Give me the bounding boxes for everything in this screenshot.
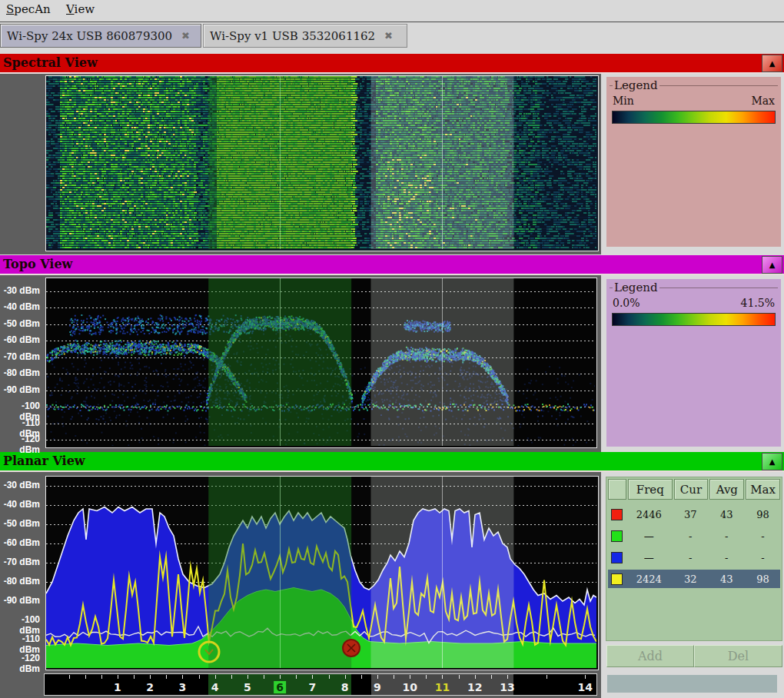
axis-tick [247,675,248,679]
cur-column-header: Cur [674,479,709,500]
menu-bar: SpecAn View [0,0,784,22]
channel-label: 12 [467,681,482,693]
dbm-axis-label: -70 dBm [0,557,40,567]
channel-label: 2 [146,681,154,693]
channel-label: 11 [435,681,450,693]
network-table: Freq Cur Avg Max 2446 37 43 98 — - - - —… [606,477,782,641]
del-button[interactable]: Del [694,645,782,667]
collapse-button[interactable]: ▲ [762,55,782,72]
axis-tick [150,675,151,679]
chevron-up-icon: ▲ [769,261,776,269]
axis-tick [215,675,216,679]
table-row[interactable]: 2424 32 43 98 [608,570,780,588]
legend-min-label: 0.0% [613,297,640,309]
color-column-header [608,479,626,500]
spectral-legend: Legend Min Max [606,77,781,247]
axis-tick [410,675,410,679]
spectral-waterfall-canvas[interactable] [46,76,596,249]
avg-column-header: Avg [709,479,744,500]
tab-close-icon[interactable]: ✖ [384,31,393,41]
axis-tick [329,675,330,679]
legend-min-label: Min [613,95,634,107]
channel-label: 3 [179,681,187,693]
axis-tick [459,675,460,679]
axis-tick [118,675,118,679]
chevron-up-icon: ▲ [769,457,776,466]
topo-view-header: Topo View ▲ [0,255,784,275]
channel-label: 7 [309,681,317,693]
channel-label: 4 [211,681,219,693]
marker-color-swatch [611,530,623,542]
add-button[interactable]: Add [606,645,694,667]
dbm-axis-label: -80 dBm [0,576,40,587]
tab-wispy-v1[interactable]: Wi-Spy v1 USB 3532061162 ✖ [203,24,407,48]
channel-label: 9 [374,681,381,693]
axis-tick [345,675,346,679]
table-row[interactable]: — - - - [608,548,780,567]
topo-plot[interactable] [45,278,597,448]
dbm-axis-label: -60 dBm [0,537,40,548]
planar-plot[interactable] [45,476,599,670]
channel-label: 6 [274,681,286,693]
axis-tick [101,675,102,679]
axis-tick [199,675,200,679]
axis-tick [394,675,394,679]
dbm-axis-label: -120 dBm [0,653,40,674]
legend-max-label: Max [751,95,775,107]
axis-tick [280,675,281,679]
dbm-axis-label: -60 dBm [0,334,40,345]
chevron-up-icon: ▲ [769,59,776,68]
dbm-axis-label: -100 dBm [0,614,40,636]
axis-tick [442,675,443,679]
menu-item-specan[interactable]: SpecAn [6,2,51,16]
axis-tick [426,675,427,679]
dbm-axis-label: -30 dBm [0,285,40,296]
topo-legend: Legend 0.0% 41.5% [606,279,781,447]
tab-close-icon[interactable]: ✖ [181,31,190,41]
menu-item-view[interactable]: View [66,2,95,16]
tab-wispy-24x[interactable]: Wi-Spy 24x USB 860879300 ✖ [0,24,201,48]
axis-tick [166,675,167,679]
topo-view-title: Topo View [3,257,72,271]
channel-label: 1 [114,681,121,693]
marker-color-swatch [611,552,623,563]
channel-label: 14 [578,681,593,693]
axis-tick [182,675,183,679]
dbm-axis-label: -90 dBm [0,384,40,395]
dbm-axis-label: -70 dBm [0,351,40,362]
axis-tick [377,675,378,679]
dbm-axis-label: -110 dBm [0,633,40,655]
planar-view-title: Planar View [3,454,85,468]
spectools-window: SpecAn View Wi-Spy 24x USB 860879300 ✖ W… [0,0,784,698]
legend-max-label: 41.5% [741,297,775,309]
planar-canvas[interactable] [46,477,596,668]
spectral-plot[interactable] [45,75,599,251]
legend-title: Legend [613,281,659,294]
axis-tick [85,675,86,679]
dbm-axis-label: -40 dBm [0,499,40,510]
planar-view-header: Planar View ▲ [0,452,784,472]
legend-title: Legend [613,78,659,92]
dbm-axis-label: -50 dBm [0,318,40,329]
tab-label: Wi-Spy v1 USB 3532061162 [210,29,375,43]
collapse-button[interactable]: ▲ [762,453,782,470]
table-row[interactable]: — - - - [608,527,780,545]
channel-axis: 1234567891011121314 [44,673,597,696]
dbm-axis-label: -90 dBm [0,595,40,606]
axis-tick [546,675,547,679]
collapse-button[interactable]: ▲ [762,256,782,274]
status-box [607,675,777,693]
axis-tick [264,675,264,679]
axis-tick [491,675,492,679]
topo-canvas[interactable] [46,278,595,446]
tab-label: Wi-Spy 24x USB 860879300 [7,29,172,43]
color-gradient-bar [612,313,776,326]
channel-label: 13 [500,681,514,693]
channel-label: 5 [244,681,251,693]
channel-label: 8 [341,681,349,693]
dbm-axis-label: -30 dBm [0,480,40,490]
table-row[interactable]: 2446 37 43 98 [608,505,780,524]
axis-tick [585,675,586,679]
dbm-axis-label: -80 dBm [0,367,40,378]
axis-tick [296,675,297,679]
